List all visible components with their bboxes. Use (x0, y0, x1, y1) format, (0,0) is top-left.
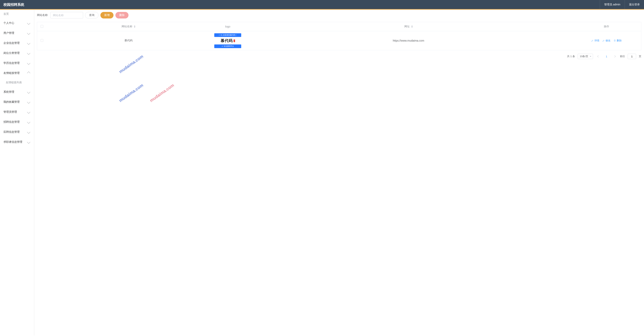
search-input[interactable] (50, 12, 83, 19)
goto-label: 前往 (620, 55, 625, 58)
sidebar-item-jobseekers[interactable]: 求职者信息管理 (0, 137, 34, 147)
chevron-down-icon (27, 141, 30, 144)
sidebar-item-applications[interactable]: 应聘信息管理 (0, 127, 34, 137)
data-table: 网站名称 logo 网址 操作 慕代码 (37, 22, 641, 50)
chevron-down-icon (27, 131, 30, 134)
column-header-name[interactable]: 网站名称 (47, 22, 211, 31)
chevron-down-icon (27, 42, 30, 45)
sidebar-item-recruit[interactable]: 招聘信息管理 (0, 117, 34, 127)
sidebar-item-label: 岗位分类管理 (4, 51, 20, 55)
logout-link[interactable]: 退出登录 (624, 0, 644, 9)
select-all-checkbox[interactable] (40, 25, 43, 28)
prev-page-button[interactable] (596, 54, 601, 59)
query-button[interactable]: 查询 (85, 12, 98, 19)
page-number[interactable]: 1 (604, 54, 609, 59)
page-suffix: 页 (639, 55, 641, 58)
chevron-down-icon (27, 22, 30, 25)
sidebar-item-label: 应聘信息管理 (4, 130, 20, 134)
sidebar-subitem-links-list[interactable]: 友情链接列表 (0, 78, 34, 87)
sidebar-item-label: 学历信息管理 (4, 61, 20, 65)
sidebar-item-positions[interactable]: 岗位分类管理 (0, 48, 34, 58)
chevron-right-icon (614, 55, 616, 57)
sidebar-item-personal[interactable]: 个人中心 (0, 18, 34, 28)
chevron-down-icon (27, 111, 30, 114)
sidebar-item-label: 系统管理 (4, 90, 14, 94)
sidebar-item-label: 友情链接管理 (4, 71, 20, 75)
logo-mark-icon (234, 40, 235, 42)
sidebar-item-education[interactable]: 学历信息管理 (0, 58, 34, 68)
delete-button[interactable]: 删除 (116, 12, 128, 19)
sidebar-item-company[interactable]: 企业信息管理 (0, 38, 34, 48)
sidebar-item-label: 用户管理 (4, 31, 14, 35)
column-header-label: 网址 (404, 25, 410, 28)
pagination: 共 1 条 10条/页 1 前往 页 (37, 54, 641, 59)
search-label: 网站名称 (37, 14, 48, 17)
sidebar-item-admins[interactable]: 管理员管理 (0, 107, 34, 117)
sidebar-item-label: 求职者信息管理 (4, 140, 22, 144)
admin-link[interactable]: 管理员 admin (600, 0, 624, 9)
column-header-label: 网站名称 (122, 25, 132, 28)
column-header-ops: 操作 (572, 22, 641, 31)
page-size-select[interactable]: 10条/页 (578, 54, 593, 59)
sort-icon (134, 26, 136, 28)
app-title: 校园招聘系统 (0, 2, 24, 7)
sort-icon (411, 26, 413, 28)
delete-link[interactable]: 删除 (614, 39, 622, 42)
watermark: mudaima.com (149, 83, 175, 103)
sidebar-item-label: 管理员管理 (4, 110, 17, 114)
sidebar-item-favorites[interactable]: 我的收藏管理 (0, 97, 34, 107)
logo-top-bar: ☆ Hi, 欢迎来到慕代码！ (214, 33, 241, 37)
sidebar-item-users[interactable]: 用户管理 (0, 28, 34, 38)
row-checkbox[interactable] (40, 39, 43, 42)
logo-text: 慕代码 (221, 38, 233, 43)
sidebar-item-label: 个人中心 (4, 21, 14, 25)
edit-icon (591, 40, 594, 42)
logo-image: ☆ Hi, 欢迎来到慕代码！ 慕代码 ⊙ 专业源码平台 (214, 33, 241, 48)
edit-link[interactable]: 修改 (602, 39, 610, 42)
chevron-down-icon (27, 52, 30, 55)
chevron-down-icon (27, 62, 30, 65)
next-page-button[interactable] (612, 54, 617, 59)
action-label: 详情 (594, 39, 599, 42)
sidebar-home[interactable]: 首页 (0, 10, 34, 18)
goto-input[interactable] (628, 54, 636, 59)
cell-name: 慕代码 (47, 31, 211, 50)
watermark: mudaima.com (118, 83, 144, 103)
chevron-down-icon (27, 91, 30, 94)
edit-icon (602, 40, 605, 42)
column-header-url[interactable]: 网址 (245, 22, 572, 31)
action-label: 删除 (617, 39, 622, 42)
sidebar-item-links[interactable]: 友情链接管理 (0, 68, 34, 78)
main-content: 网站名称 查询 新增 删除 网站名称 logo 网址 (34, 10, 644, 335)
sidebar-item-label: 招聘信息管理 (4, 120, 20, 124)
action-label: 修改 (606, 39, 610, 42)
sidebar-item-system[interactable]: 系统管理 (0, 87, 34, 97)
column-header-logo: logo (210, 22, 245, 31)
cell-url: https://www.mudaima.com (245, 31, 572, 50)
chevron-left-icon (597, 55, 599, 57)
chevron-down-icon (27, 32, 30, 35)
add-button[interactable]: 新增 (100, 12, 114, 19)
sidebar-item-label: 我的收藏管理 (4, 100, 20, 104)
chevron-up-icon (27, 72, 30, 75)
sidebar-item-label: 企业信息管理 (4, 41, 20, 45)
trash-icon (614, 40, 616, 42)
pagination-total: 共 1 条 (567, 55, 575, 58)
chevron-down-icon (27, 121, 30, 124)
detail-link[interactable]: 详情 (591, 39, 599, 42)
logo-bottom-bar: ⊙ 专业源码平台 (214, 45, 241, 48)
sidebar: 首页 个人中心 用户管理 企业信息管理 岗位分类管理 学历信息管理 友情链接管理… (0, 10, 34, 335)
table-row: 慕代码 ☆ Hi, 欢迎来到慕代码！ 慕代码 ⊙ 专业源码平台 https://… (37, 31, 641, 50)
chevron-down-icon (27, 101, 30, 104)
